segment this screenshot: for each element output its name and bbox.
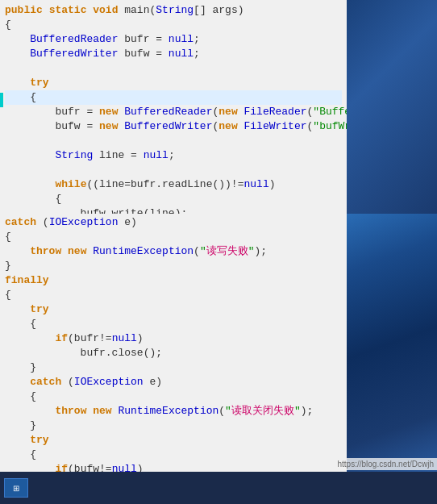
code-text: [] args)	[194, 3, 243, 18]
code-text: {	[5, 230, 11, 244]
code-line: }	[5, 360, 342, 375]
code-line: BufferedWriter bufw = null ;	[5, 47, 342, 61]
code-text	[5, 302, 30, 317]
code-text	[5, 76, 30, 90]
code-line: try	[5, 302, 342, 317]
type-ioexception2: IOException	[74, 375, 144, 389]
code-editor-top[interactable]: public static void main( String [] args)…	[0, 0, 347, 214]
code-text: {	[5, 288, 11, 302]
type-fr: FileReader	[244, 105, 307, 119]
code-text: )	[137, 331, 144, 346]
type-br2: BufferedReader	[124, 105, 212, 119]
code-line	[5, 163, 342, 177]
code-text: ;	[194, 47, 200, 61]
code-text: )	[269, 177, 276, 192]
code-line: try	[5, 433, 342, 448]
code-text: (	[36, 215, 49, 230]
keyword-null2: null	[169, 47, 194, 61]
code-text	[238, 105, 244, 119]
code-text: );	[301, 404, 314, 419]
keyword-throw1: throw	[30, 244, 61, 259]
code-line-catch: catch ( IOException e)	[5, 215, 342, 230]
code-text: (	[307, 119, 314, 134]
code-text: {	[5, 389, 36, 404]
code-text	[5, 404, 55, 419]
code-line: while ((line=bufr.readLine())!= null )	[5, 177, 342, 192]
code-text	[5, 244, 30, 259]
code-text: }	[5, 419, 36, 433]
keyword-catch2: catch	[30, 375, 61, 389]
keyword-null5: null	[112, 331, 137, 346]
string-filename2: "bufWriter_Copy.txt"	[313, 119, 347, 134]
keyword-try2: try	[30, 302, 48, 317]
code-text	[5, 177, 55, 192]
type-bw2: BufferedWriter	[124, 119, 212, 134]
string-quote2b: "	[294, 404, 301, 419]
keyword-new5: new	[68, 244, 86, 259]
code-text: (	[218, 404, 225, 419]
code-line: {	[5, 230, 342, 244]
code-line: {	[5, 192, 342, 206]
type-string: String	[156, 3, 194, 18]
code-text: bufw =	[5, 119, 99, 134]
code-text	[5, 331, 55, 346]
keyword-try3: try	[30, 433, 48, 448]
code-line-finally: finally	[5, 273, 342, 288]
string-quote1b: "	[248, 244, 255, 259]
code-text: bufr =	[118, 32, 168, 47]
chinese-text1: 读写失败	[206, 244, 248, 259]
code-text: bufw.write(line);	[5, 206, 187, 214]
keyword-public: public	[5, 3, 43, 18]
watermark: https://blog.csdn.net/Dcwjh	[334, 458, 437, 470]
code-line: {	[5, 389, 342, 404]
code-text: main(	[118, 3, 156, 18]
bottom-area: catch ( IOException e) { throw new Runti…	[0, 214, 437, 472]
code-line: throw new RuntimeException ( " 读取关闭失败 " …	[5, 404, 342, 419]
string-filename1: "BufferedWriterDemo.java"	[313, 105, 347, 119]
code-content-bottom: catch ( IOException e) { throw new Runti…	[0, 214, 347, 472]
code-line: }	[5, 419, 342, 433]
taskbar-start[interactable]: ⊞	[4, 478, 28, 498]
keyword-catch: catch	[5, 215, 36, 230]
keyword-null6: null	[112, 462, 137, 472]
code-text: {	[5, 192, 61, 206]
chinese-text2: 读取关闭失败	[231, 404, 294, 419]
code-text: e)	[144, 375, 162, 389]
code-text: line =	[93, 148, 143, 163]
top-section: public static void main( String [] args)…	[0, 0, 437, 214]
code-line	[5, 134, 342, 148]
code-line: public static void main( String [] args)	[5, 3, 342, 18]
code-text	[5, 375, 30, 389]
code-line: BufferedReader bufr = null ;	[5, 32, 342, 47]
type-ioexception1: IOException	[49, 215, 119, 230]
keyword-while: while	[55, 177, 86, 192]
code-text	[5, 148, 55, 163]
keyword-new2: new	[218, 105, 237, 119]
code-line: bufr.close();	[5, 346, 342, 360]
keyword-null4: null	[243, 177, 268, 192]
type-string2: String	[55, 148, 93, 163]
keyword-new4: new	[218, 119, 237, 134]
code-text: (	[194, 244, 200, 259]
code-text: }	[5, 259, 11, 273]
code-text: bufw =	[118, 47, 168, 61]
code-text: );	[255, 244, 268, 259]
keyword-new6: new	[93, 404, 111, 419]
code-editor-bottom[interactable]: catch ( IOException e) { throw new Runti…	[0, 214, 347, 472]
code-text	[5, 462, 55, 472]
code-text: )	[137, 462, 144, 472]
code-line-highlighted: {	[5, 90, 342, 105]
code-text: {	[5, 18, 11, 32]
code-text	[238, 119, 244, 134]
code-text	[86, 244, 93, 259]
keyword-throw2: throw	[55, 404, 86, 419]
keyword-if2: if	[55, 462, 68, 472]
code-line: if (bufr!= null )	[5, 331, 342, 346]
type-bufferedwriter: BufferedWriter	[30, 47, 118, 61]
code-text	[43, 3, 49, 18]
type-fw: FileWriter	[244, 119, 307, 134]
start-icon: ⊞	[13, 484, 19, 493]
code-text: (bufr!=	[68, 331, 112, 346]
code-text: e)	[118, 215, 136, 230]
code-line: catch ( IOException e)	[5, 375, 342, 389]
